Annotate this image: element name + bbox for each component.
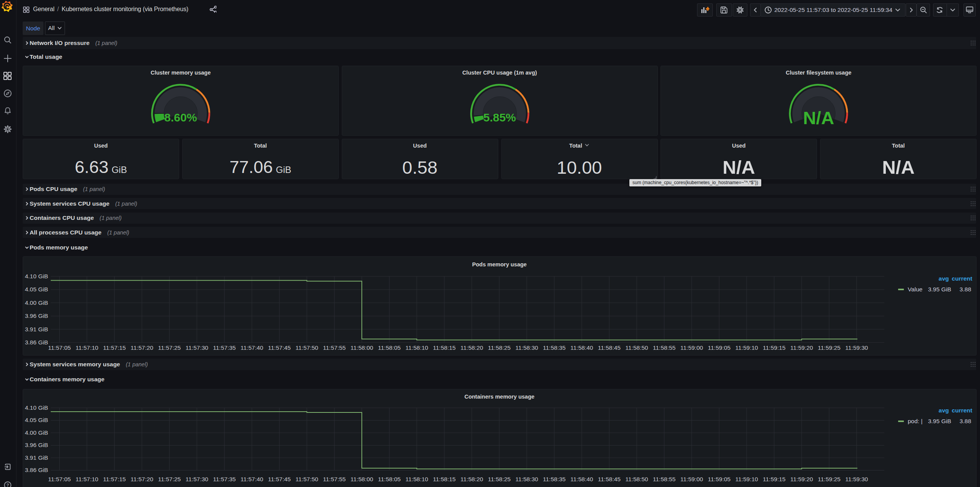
- svg-text:?: ?: [7, 483, 9, 487]
